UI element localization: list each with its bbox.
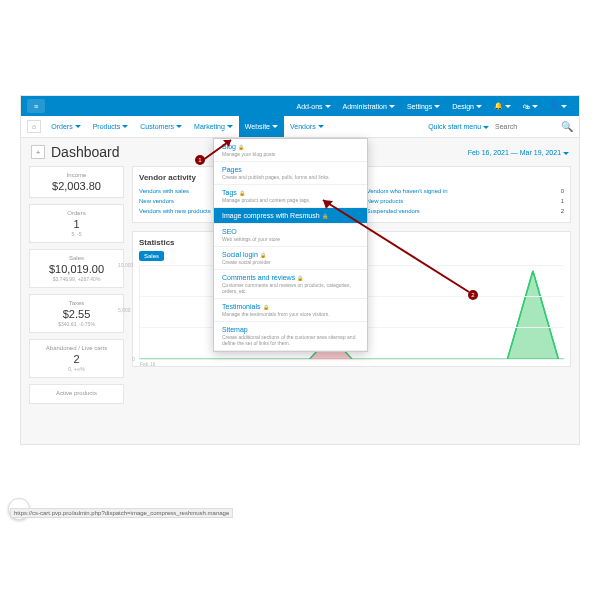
dropdown-item[interactable]: SEOWeb settings of your store (214, 224, 367, 247)
stats-sidebar: Income$2,003.80Orders15, -5Sales$10,019.… (29, 166, 124, 404)
dropdown-item[interactable]: PagesCreate and publish pages, polls, fo… (214, 162, 367, 185)
menu-orders[interactable]: Orders (45, 116, 86, 137)
annotation-marker-1: 1 (195, 155, 205, 165)
menu-customers[interactable]: Customers (134, 116, 188, 137)
logo-box[interactable]: ≡ (27, 99, 45, 113)
lock-icon: 🔒 (260, 252, 266, 258)
dropdown-item[interactable]: Testimonials🔒Manage the testimonials fro… (214, 299, 367, 322)
vendor-stat-link[interactable]: Vendors who haven't signed in0 (367, 186, 565, 196)
dropdown-item[interactable]: Image compress with Resmush🔒 (214, 208, 367, 224)
status-bar-url: https://cs-cart.pvp.pro/admin.php?dispat… (10, 508, 233, 518)
topnav-design[interactable]: Design (446, 103, 488, 110)
lock-icon: 🔒 (238, 144, 244, 150)
stat-card[interactable]: Abandoned / Live carts20, +∞% (29, 339, 124, 378)
dropdown-item[interactable]: Social login🔒Create social provider (214, 247, 367, 270)
menubar: ⌂ Orders Products Customers Marketing We… (21, 116, 579, 138)
lock-icon: 🔒 (239, 190, 245, 196)
notifications-icon[interactable]: 🔔 (488, 102, 517, 110)
lock-icon: 🔒 (322, 213, 328, 219)
menu-products[interactable]: Products (87, 116, 135, 137)
menu-marketing[interactable]: Marketing (188, 116, 239, 137)
dropdown-item[interactable]: SitemapCreate additional sections of the… (214, 322, 367, 351)
cart-icon[interactable]: 🛍 (517, 103, 544, 110)
topnav-settings[interactable]: Settings (401, 103, 446, 110)
search-icon[interactable]: 🔍 (561, 121, 573, 132)
lock-icon: 🔒 (297, 275, 303, 281)
stat-card[interactable]: Active products (29, 384, 124, 404)
home-button[interactable]: ⌂ (27, 120, 41, 133)
add-button[interactable]: + (31, 145, 45, 159)
dropdown-item[interactable]: Comments and reviews🔒Customer comments a… (214, 270, 367, 299)
stat-card[interactable]: Taxes$2.55$340.63, -0.75% (29, 294, 124, 333)
dropdown-item[interactable]: Tags🔒Manage product and content page tag… (214, 185, 367, 208)
date-range-picker[interactable]: Feb 16, 2021 — Mar 19, 2021 (468, 149, 569, 156)
admin-app: ≡ Add-ons Administration Settings Design… (20, 95, 580, 445)
user-icon[interactable]: 👤 (544, 102, 573, 110)
search-input[interactable] (495, 123, 555, 130)
svg-marker-1 (507, 271, 558, 359)
dropdown-item[interactable]: Blog🔒Manage your blog posts (214, 139, 367, 162)
quick-start-menu[interactable]: Quick start menu (428, 123, 489, 130)
vendor-stat-link[interactable]: New products1 (367, 196, 565, 206)
vendor-stat-link[interactable]: Suspended vendors2 (367, 206, 565, 216)
menu-vendors[interactable]: Vendors (284, 116, 330, 137)
website-dropdown: Blog🔒Manage your blog postsPagesCreate a… (213, 138, 368, 352)
topnav-addons[interactable]: Add-ons (290, 103, 336, 110)
stat-card[interactable]: Sales$10,019.00$3,746.99, +267.40% (29, 249, 124, 288)
annotation-marker-2: 2 (468, 290, 478, 300)
page-title: Dashboard (51, 144, 120, 160)
sales-toggle[interactable]: Sales (139, 251, 164, 261)
lock-icon: 🔒 (263, 304, 269, 310)
topbar: ≡ Add-ons Administration Settings Design… (21, 96, 579, 116)
topnav-administration[interactable]: Administration (337, 103, 401, 110)
stat-card[interactable]: Orders15, -5 (29, 204, 124, 243)
stat-card[interactable]: Income$2,003.80 (29, 166, 124, 198)
menu-website[interactable]: Website (239, 116, 284, 137)
